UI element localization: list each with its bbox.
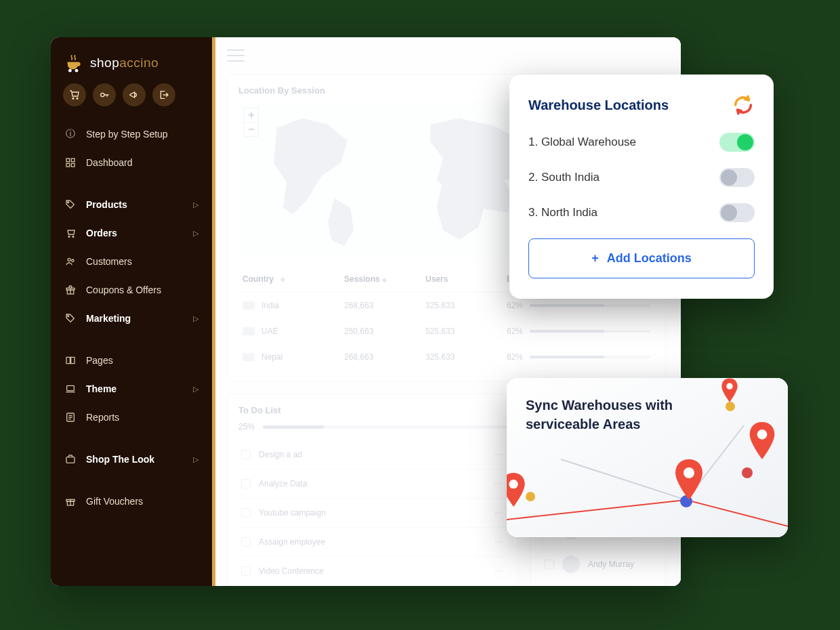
warehouse-toggle[interactable] <box>719 168 755 187</box>
menu-toggle-button[interactable] <box>227 49 245 62</box>
more-icon[interactable]: ⋯ <box>495 537 504 547</box>
svg-point-11 <box>72 236 74 237</box>
svg-point-2 <box>72 98 74 99</box>
svg-rect-6 <box>71 159 75 162</box>
checkbox[interactable] <box>241 508 251 518</box>
nav-giftvouchers[interactable]: Gift Vouchers <box>51 487 212 516</box>
warehouse-locations-card: Warehouse Locations 1. Global Warehouse … <box>509 75 774 299</box>
brand-logo[interactable]: shopaccino <box>51 37 212 83</box>
gift-icon <box>64 284 77 296</box>
svg-point-1 <box>75 69 79 72</box>
svg-point-0 <box>68 69 72 72</box>
contact-item[interactable]: Andy Murray <box>542 547 654 581</box>
todo-card: To Do List 25% Design a ad⋯ Analyze Data… <box>227 394 518 586</box>
users-icon <box>64 255 77 268</box>
quick-cart-button[interactable] <box>63 83 86 106</box>
warehouse-item: 1. Global Warehouse <box>528 133 755 152</box>
svg-point-33 <box>757 429 768 440</box>
col-users[interactable]: Users <box>425 274 448 284</box>
warehouse-item: 3. North India <box>528 203 755 222</box>
nav-customers[interactable]: Customers <box>51 247 212 276</box>
sidebar: shopaccino ⓘStep by Step Setup Dashboard… <box>51 37 212 586</box>
megaphone-icon <box>129 89 140 100</box>
briefcase-icon <box>64 453 77 465</box>
svg-point-32 <box>684 467 694 478</box>
grid-icon <box>64 156 77 169</box>
tag-icon <box>64 198 77 211</box>
more-icon[interactable]: ⋯ <box>495 479 504 488</box>
col-country[interactable]: Country <box>243 274 274 284</box>
plus-icon: + <box>591 251 599 266</box>
svg-rect-19 <box>66 457 75 463</box>
svg-point-10 <box>68 236 70 237</box>
sync-warehouses-card: Sync Warehouses with serviceable Areas <box>507 378 788 537</box>
svg-rect-8 <box>71 163 75 167</box>
svg-point-9 <box>68 202 69 203</box>
warehouse-toggle[interactable] <box>719 133 755 152</box>
gift-icon <box>64 495 77 507</box>
laptop-icon <box>64 383 77 395</box>
todo-item[interactable]: Assaign employee⋯ <box>238 527 507 556</box>
sync-title: Sync Warehouses with serviceable Areas <box>526 396 681 434</box>
checkbox[interactable] <box>241 537 251 547</box>
brand-name: shopaccino <box>90 56 159 70</box>
cart-icon <box>69 89 80 100</box>
cart-icon <box>64 227 77 239</box>
book-icon <box>64 354 77 366</box>
nav-coupons[interactable]: Coupons & Offers <box>51 276 212 304</box>
flag-icon <box>243 327 255 335</box>
nav-dashboard[interactable]: Dashboard <box>51 148 212 177</box>
nav-shopthelook[interactable]: Shop The Look▷ <box>51 445 212 474</box>
flag-icon <box>243 301 255 310</box>
svg-rect-5 <box>66 159 70 162</box>
list-icon <box>64 411 77 423</box>
table-row: Nepal 268,663 325,633 62% <box>238 344 654 370</box>
map-pin-icon <box>673 459 705 500</box>
warehouse-toggle[interactable] <box>719 203 755 222</box>
tag-icon <box>64 312 77 324</box>
warehouse-item: 2. South India <box>528 168 755 187</box>
nav-marketing[interactable]: Marketing▷ <box>51 304 212 333</box>
quick-exit-button[interactable] <box>152 83 175 106</box>
todo-item[interactable]: Analyze Data⋯ <box>238 469 507 498</box>
todo-item[interactable]: Design a ad⋯ <box>238 440 507 469</box>
checkbox[interactable] <box>241 450 251 459</box>
svg-point-30 <box>726 402 735 411</box>
checkbox[interactable] <box>241 566 251 576</box>
logout-icon <box>159 89 169 100</box>
quick-key-button[interactable] <box>93 83 116 106</box>
checkbox[interactable] <box>241 479 251 488</box>
add-locations-button[interactable]: + Add Locations <box>528 238 755 278</box>
nav-pages[interactable]: Pages <box>51 346 212 375</box>
todo-progress: 25% <box>238 422 507 432</box>
quick-actions <box>51 83 212 116</box>
nav-products[interactable]: Products▷ <box>51 190 212 219</box>
nav-menu: ⓘStep by Step Setup Dashboard Products▷ … <box>51 116 212 520</box>
svg-point-3 <box>77 98 78 99</box>
more-icon[interactable]: ⋯ <box>495 566 504 576</box>
chevron-right-icon: ▷ <box>193 385 198 394</box>
nav-orders[interactable]: Orders▷ <box>51 219 212 247</box>
nav-theme[interactable]: Theme▷ <box>51 375 212 403</box>
table-row: UAE 250,663 525,633 62% <box>238 318 654 344</box>
chevron-right-icon: ▷ <box>193 455 198 464</box>
col-sessions[interactable]: Sessions <box>344 274 380 284</box>
more-icon[interactable]: ⋯ <box>495 450 504 459</box>
chevron-right-icon: ▷ <box>193 201 198 209</box>
svg-point-31 <box>526 492 535 501</box>
todo-item[interactable]: Youtube campaign⋯ <box>238 498 507 527</box>
todo-item[interactable]: Video Conference⋯ <box>238 556 507 585</box>
sync-icon[interactable] <box>732 93 755 117</box>
logo-cup-icon <box>63 52 85 74</box>
nav-reports[interactable]: Reports <box>51 403 212 432</box>
checkbox[interactable] <box>545 560 554 569</box>
info-icon: ⓘ <box>64 128 77 140</box>
more-icon[interactable]: ⋯ <box>495 508 504 518</box>
sidebar-accent-strip <box>212 37 215 586</box>
chevron-right-icon: ▷ <box>193 314 198 323</box>
svg-point-34 <box>726 383 732 390</box>
quick-announce-button[interactable] <box>123 83 146 106</box>
key-icon <box>99 89 110 100</box>
svg-rect-7 <box>66 163 70 167</box>
nav-setup[interactable]: ⓘStep by Step Setup <box>51 120 212 148</box>
